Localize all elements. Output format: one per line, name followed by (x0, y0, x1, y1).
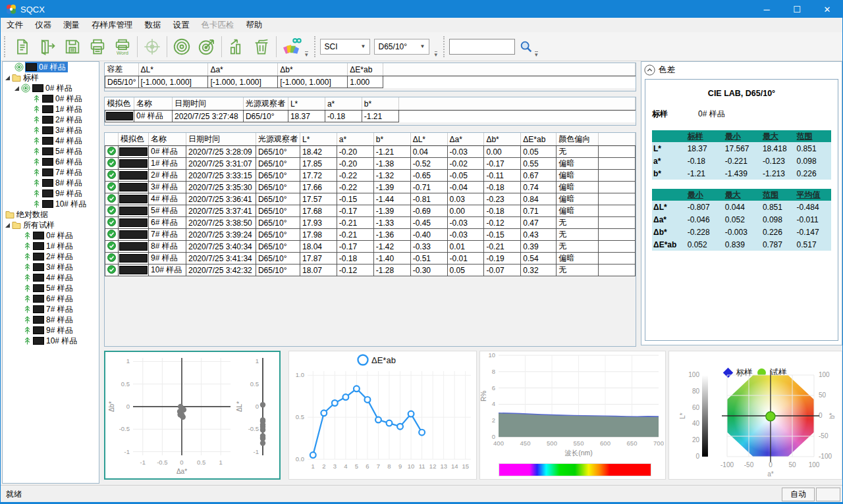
sample-row-5[interactable]: 5# 样品2020/7/25 3:37:41D65/10°17.68-0.17-… (105, 205, 636, 217)
sample-row-8[interactable]: 8# 样品2020/7/25 3:40:34D65/10°18.04-0.17-… (105, 241, 636, 253)
tree-item-12[interactable]: 9# 样品 (3, 188, 99, 199)
tree-item-20[interactable]: 4# 样品 (3, 272, 99, 283)
column-header[interactable]: 日期时间 (172, 97, 243, 111)
sample-row-1[interactable]: 1# 样品2020/7/25 3:31:07D65/10°17.85-0.20-… (105, 158, 636, 170)
tree-expander-icon[interactable] (14, 86, 19, 91)
sample-row-9[interactable]: 9# 样品2020/7/25 3:41:34D65/10°17.87-0.18-… (105, 253, 636, 265)
toolbar-export-button[interactable] (35, 34, 60, 59)
tolerance-row[interactable]: D65/10°[-1.000, 1.000][-1.000, 1.000][-1… (105, 76, 636, 88)
column-header[interactable]: Δb* (278, 63, 348, 76)
tree-item-4[interactable]: 1# 样品 (3, 104, 99, 114)
column-header[interactable]: 名称 (134, 97, 172, 111)
tree-item-9[interactable]: 6# 样品 (3, 157, 99, 167)
toolbar-print-button[interactable] (85, 34, 110, 59)
spectral-panel[interactable]: 0246810400450500550600650700波长(nm)R% (479, 351, 666, 480)
sci-mode-dropdown[interactable]: SCI ▼ (320, 39, 370, 55)
column-header[interactable]: ΔL* (138, 63, 208, 76)
column-header[interactable]: L* (300, 133, 337, 146)
column-header[interactable]: 光源观察者 (256, 133, 300, 146)
toolbar-overflow-icon[interactable]: ▾ (535, 51, 538, 58)
column-header[interactable] (599, 133, 636, 146)
tree-item-0[interactable]: 0# 样品 (3, 62, 99, 72)
column-header[interactable]: ΔL* (410, 133, 447, 146)
menu-item-2[interactable]: 测量 (57, 18, 86, 33)
toolbar-new-document-button[interactable] (10, 34, 35, 59)
tree-item-6[interactable]: 3# 样品 (3, 125, 99, 136)
tree-item-15[interactable]: 所有试样 (3, 220, 99, 230)
tree-item-23[interactable]: 7# 样品 (3, 304, 99, 315)
sample-row-6[interactable]: 6# 样品2020/7/25 3:38:50D65/10°17.93-0.21-… (105, 217, 636, 229)
auto-mode-indicator[interactable]: 自动 (782, 488, 815, 501)
column-header[interactable]: b* (362, 97, 398, 111)
column-header[interactable]: Δb* (484, 133, 521, 146)
menu-item-6[interactable]: 色卡匹检 (196, 18, 240, 33)
column-header[interactable]: a* (325, 97, 362, 111)
tree-item-22[interactable]: 6# 样品 (3, 293, 99, 304)
tree-item-8[interactable]: 5# 样品 (3, 146, 99, 157)
toolbar-delete-button[interactable] (249, 34, 274, 59)
column-header[interactable]: ΔE*ab (348, 63, 383, 76)
toolbar-trend-chart-button[interactable] (224, 34, 249, 59)
sample-row-0[interactable]: 0# 样品2020/7/25 3:28:09D65/10°18.42-0.20-… (105, 146, 636, 158)
tree-item-5[interactable]: 2# 样品 (3, 114, 99, 125)
tree-item-2[interactable]: 0# 样品 (3, 83, 99, 93)
column-header[interactable]: Δa* (208, 63, 278, 76)
column-header[interactable] (398, 97, 635, 111)
column-header[interactable]: Δa* (447, 133, 484, 146)
maximize-button[interactable]: ☐ (782, 1, 812, 18)
tree-item-17[interactable]: 1# 样品 (3, 241, 99, 251)
column-header[interactable]: 日期时间 (186, 133, 256, 146)
sample-row-3[interactable]: 3# 样品2020/7/25 3:35:30D65/10°17.66-0.22-… (105, 182, 636, 193)
column-header[interactable]: b* (373, 133, 410, 146)
illuminant-dropdown[interactable]: D65/10° ▼ (374, 39, 429, 55)
collapse-chevron-icon[interactable] (644, 64, 655, 76)
sample-row-7[interactable]: 7# 样品2020/7/25 3:39:24D65/10°17.98-0.21-… (105, 229, 636, 241)
column-header[interactable] (383, 63, 636, 76)
tree-item-3[interactable]: 0# 样品 (3, 93, 99, 104)
column-header[interactable]: ΔE*ab (521, 133, 557, 146)
menu-item-3[interactable]: 存样库管理 (86, 18, 139, 33)
toolbar-print-word-button[interactable]: Word (110, 34, 135, 59)
sample-row-4[interactable]: 4# 样品2020/7/25 3:36:41D65/10°17.57-0.15-… (105, 193, 636, 205)
delta-e-trend-panel[interactable]: 1234567891011121314150.00.51.0ΔE*ab (288, 351, 477, 480)
tree-item-16[interactable]: 0# 样品 (3, 230, 99, 241)
sample-row-10[interactable]: 10# 样品2020/7/25 3:42:32D65/10°18.07-0.12… (105, 265, 636, 276)
menu-item-7[interactable]: 帮助 (240, 18, 269, 33)
column-header[interactable]: 光源观察者 (243, 97, 288, 111)
tree-item-24[interactable]: 8# 样品 (3, 315, 99, 325)
column-header[interactable]: 模拟色 (119, 133, 149, 146)
tree-item-7[interactable]: 4# 样品 (3, 136, 99, 146)
menu-item-4[interactable]: 数据 (139, 18, 167, 33)
menu-item-5[interactable]: 设置 (167, 18, 196, 33)
tree-item-21[interactable]: 5# 样品 (3, 283, 99, 293)
close-button[interactable]: ✕ (812, 1, 842, 18)
tree-item-14[interactable]: 绝对数据 (3, 209, 99, 220)
column-header[interactable]: 容差 (105, 63, 139, 76)
toolbar-calibrate-dim-button[interactable] (140, 34, 165, 59)
tree-item-19[interactable]: 3# 样品 (3, 262, 99, 272)
tree-item-25[interactable]: 9# 样品 (3, 325, 99, 336)
toolbar-measure-standard-button[interactable] (169, 34, 194, 59)
tree-item-13[interactable]: 10# 样品 (3, 199, 99, 209)
standard-row[interactable]: 0# 样品2020/7/25 3:27:48D65/10°18.37-0.18-… (105, 111, 636, 122)
column-header[interactable]: 名称 (148, 133, 186, 146)
toolbar-save-button[interactable] (60, 34, 85, 59)
toolbar-overflow-icon[interactable]: ▾ (435, 51, 438, 58)
tree-expander-icon[interactable] (5, 76, 10, 80)
sample-row-2[interactable]: 2# 样品2020/7/25 3:33:15D65/10°17.72-0.22-… (105, 170, 636, 182)
search-icon[interactable] (519, 39, 533, 54)
column-header[interactable]: a* (337, 133, 373, 146)
minimize-button[interactable]: ─ (751, 1, 782, 18)
menu-item-1[interactable]: 仪器 (29, 18, 57, 33)
tree-expander-icon[interactable] (5, 223, 10, 228)
cielab-wheel-panel[interactable]: 标样 试样 100500-50-100-100-5005010010080604… (668, 351, 842, 480)
tree-item-18[interactable]: 2# 样品 (3, 251, 99, 262)
toolbar-measure-sample-button[interactable] (194, 34, 219, 59)
toolbar-overflow-icon[interactable]: ▾ (305, 51, 308, 58)
column-header[interactable]: L* (288, 97, 325, 111)
search-input[interactable] (449, 39, 515, 55)
column-header[interactable]: 颜色偏向 (557, 133, 599, 146)
delta-scatter-panel[interactable]: -1-0.500.51-1-0.500.51Δa*Δb* -1-0.500.51… (104, 351, 281, 480)
tree-item-26[interactable]: 10# 样品 (3, 336, 99, 346)
column-header[interactable]: 模拟色 (105, 97, 134, 111)
